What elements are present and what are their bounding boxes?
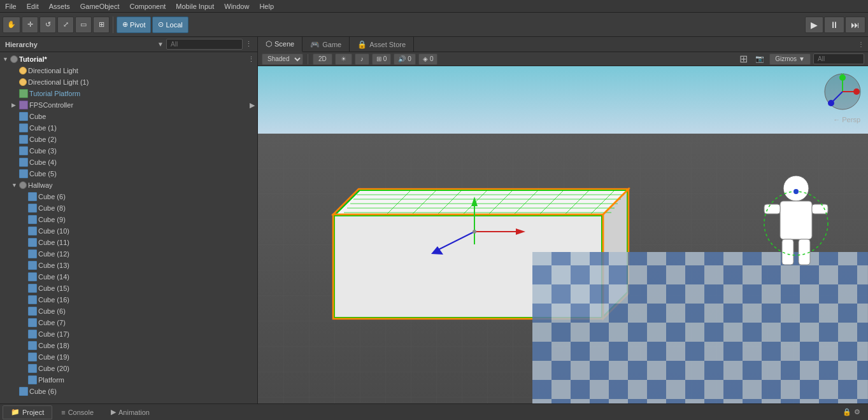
hierarchy-item-cube-13[interactable]: Cube (13) (0, 260, 257, 271)
menu-gameobject[interactable]: GameObject (75, 1, 125, 11)
hierarchy-item-cube-6b[interactable]: Cube (6) (0, 305, 257, 317)
hand-tool-btn[interactable]: ✋ (3, 17, 20, 33)
menu-window[interactable]: Window (219, 1, 254, 11)
hierarchy-item-cube-4[interactable]: Cube (4) (0, 157, 257, 168)
animation-tab-label: Animation (118, 409, 150, 416)
hierarchy-item-cube-1[interactable]: Cube (1) (0, 122, 257, 134)
hierarchy-item-cube-18[interactable]: Cube (18) (0, 340, 257, 351)
tab-animation[interactable]: ▶ Animation (103, 405, 158, 419)
hierarchy-options-icon[interactable]: ⋮ (245, 40, 252, 48)
hierarchy-item-cube-10[interactable]: Cube (10) (0, 225, 257, 237)
scene-camera-icon[interactable]: 📷 (753, 55, 767, 63)
scene-icon (10, 55, 18, 63)
2d-toggle-btn[interactable]: 2D (313, 53, 332, 65)
move-tool-btn[interactable]: ✛ (22, 17, 38, 33)
hierarchy-item-cube-19[interactable]: Cube (19) (0, 351, 257, 363)
rotate-tool-btn[interactable]: ↺ (39, 17, 56, 33)
tab-game[interactable]: 🎮 Game (302, 37, 350, 52)
cube-20-icon (28, 364, 37, 373)
scene-toolbar-grid-icon[interactable]: ⊞ (737, 53, 750, 65)
cube-16-icon (28, 295, 37, 304)
hierarchy-item-cube-9[interactable]: Cube (9) (0, 214, 257, 225)
cube-1-label: Cube (1) (29, 124, 57, 132)
tab-project[interactable]: 📁 Project (3, 405, 52, 419)
tab-console[interactable]: ≡ Console (53, 405, 102, 419)
play-button[interactable]: ▶ (805, 17, 823, 33)
menu-assets[interactable]: Assets (44, 1, 75, 11)
settings-icon[interactable]: ⚙ (854, 408, 860, 416)
scene-search-input[interactable] (813, 53, 864, 64)
dir-light-icon (19, 67, 27, 74)
hierarchy-item-cube-20[interactable]: Cube (20) (0, 363, 257, 374)
toolbar-sep-1 (113, 17, 113, 33)
fps-controller-figure (758, 176, 834, 271)
local-toggle-btn[interactable]: ⊙ Local (152, 17, 188, 33)
tab-scene[interactable]: ⬡ Scene (258, 37, 302, 52)
scene-tab-label: Scene (274, 40, 294, 48)
menu-mobile-input[interactable]: Mobile Input (171, 1, 219, 11)
scene-gizmo[interactable]: Y X Z (823, 73, 862, 111)
step-button[interactable]: ⏭ (845, 17, 865, 33)
gizmos-btn[interactable]: Gizmos ▼ (769, 53, 811, 65)
menu-edit[interactable]: Edit (22, 1, 44, 11)
hierarchy-item-tutorial-platform[interactable]: Tutorial Platform (0, 88, 257, 99)
hidden-layers-btn[interactable]: ◈ 0 (418, 53, 438, 65)
scene-options-icon[interactable]: ⋮ (248, 55, 257, 64)
hierarchy-item-cube-16[interactable]: Cube (16) (0, 294, 257, 305)
hierarchy-item-cube-11[interactable]: Cube (11) (0, 237, 257, 248)
scale-tool-btn[interactable]: ⤢ (57, 17, 74, 33)
tab-asset-store[interactable]: 🔒 Asset Store (350, 37, 414, 52)
hierarchy-item-cube-6c[interactable]: Cube (6) (0, 386, 257, 397)
audio-level-btn[interactable]: 🔊 0 (394, 53, 416, 65)
menu-file[interactable]: File (0, 1, 22, 11)
game-tab-label: Game (322, 41, 341, 48)
pivot-toggle-btn[interactable]: ⊕ Pivot (117, 17, 151, 33)
hierarchy-item-cube-2[interactable]: Cube (2) (0, 134, 257, 145)
pause-button[interactable]: ⏸ (824, 17, 844, 33)
svg-point-46 (793, 189, 799, 194)
hierarchy-item-cube[interactable]: Cube (0, 111, 257, 122)
lighting-btn[interactable]: ☀ (335, 53, 352, 65)
hierarchy-item-platform[interactable]: Platform (0, 374, 257, 386)
cube-2-icon (19, 135, 28, 144)
cube-8-icon (28, 204, 37, 213)
hierarchy-item-cube-5[interactable]: Cube (5) (0, 168, 257, 179)
hierarchy-item-cube-6a[interactable]: Cube (6) (0, 191, 257, 202)
hierarchy-item-cube-17[interactable]: Cube (17) (0, 328, 257, 340)
cube-13-icon (28, 261, 37, 270)
hierarchy-search-input[interactable] (166, 39, 243, 50)
hierarchy-item-dir-light-1[interactable]: Directional Light (1) (0, 76, 257, 88)
hierarchy-item-cube-7[interactable]: Cube (7) (0, 317, 257, 328)
hierarchy-item-cube-12[interactable]: Cube (12) (0, 248, 257, 260)
menu-component[interactable]: Component (124, 1, 171, 11)
hallway-arrow: ▼ (11, 182, 19, 188)
hierarchy-item-cube-14[interactable]: Cube (14) (0, 271, 257, 283)
fx-effects-icon: ⊞ (376, 55, 381, 62)
cube-4-icon (19, 158, 28, 167)
transform-tool-btn[interactable]: ⊞ (93, 17, 110, 33)
shading-dropdown[interactable]: Shaded (262, 53, 303, 65)
scene-root-item[interactable]: ▼ Tutorial* ⋮ (0, 53, 257, 65)
hierarchy-item-hallway[interactable]: ▼ Hallway (0, 179, 257, 191)
cube-6b-icon (28, 307, 37, 316)
hierarchy-item-dir-light[interactable]: Directional Light (0, 65, 257, 76)
pivot-icon: ⊕ (122, 20, 128, 29)
scene-viewport[interactable]: Y X Z ← Persp (258, 66, 868, 403)
rect-tool-btn[interactable]: ▭ (75, 17, 92, 33)
gizmos-arrow: ▼ (799, 55, 805, 62)
svg-text:X: X (855, 89, 858, 95)
hierarchy-item-cube-15[interactable]: Cube (15) (0, 283, 257, 294)
menu-help[interactable]: Help (254, 1, 279, 11)
lock-icon: 🔒 (843, 408, 851, 416)
hierarchy-item-cube-3[interactable]: Cube (3) (0, 145, 257, 157)
cube-7-label: Cube (7) (38, 319, 66, 326)
cube-7-icon (28, 318, 37, 327)
fx-btn[interactable]: ⊞ 0 (372, 53, 392, 65)
main-area: Hierarchy ▼ ⋮ ▼ Tutorial* ⋮ Directional … (0, 37, 868, 403)
hierarchy-item-fps[interactable]: ▶ FPSController ▶ (0, 99, 257, 111)
view-tabs: ⬡ Scene 🎮 Game 🔒 Asset Store ⋮ (258, 37, 868, 52)
scene-toolbar-sep-1 (308, 54, 308, 64)
audio-btn[interactable]: ♪ (355, 53, 369, 65)
hierarchy-item-cube-8[interactable]: Cube (8) (0, 202, 257, 214)
scene-tab-options-icon[interactable]: ⋮ (858, 41, 864, 48)
